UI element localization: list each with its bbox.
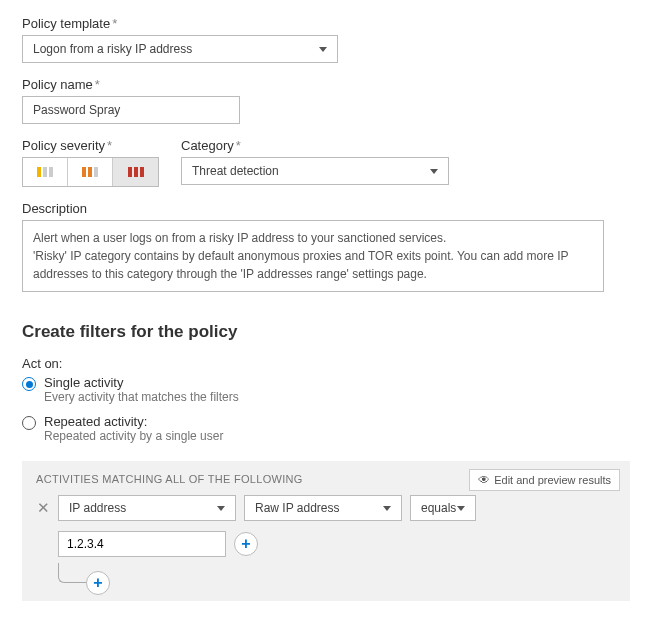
category-label: Category* — [181, 138, 630, 153]
create-filters-heading: Create filters for the policy — [22, 322, 630, 342]
severity-high-button[interactable] — [113, 158, 158, 186]
category-value: Threat detection — [192, 164, 279, 178]
filter-operator-dropdown[interactable]: equals — [410, 495, 476, 521]
radio-selected-icon — [22, 377, 36, 391]
policy-template-value: Logon from a risky IP address — [33, 42, 192, 56]
policy-name-input[interactable] — [22, 96, 240, 124]
remove-filter-button[interactable]: ✕ — [36, 499, 50, 517]
repeated-activity-label: Repeated activity: — [44, 414, 223, 429]
chevron-down-icon — [217, 506, 225, 511]
filter-subfield-value: Raw IP address — [255, 501, 340, 515]
chevron-down-icon — [383, 506, 391, 511]
policy-name-label: Policy name* — [22, 77, 630, 92]
chevron-down-icon — [430, 169, 438, 174]
filter-field-value: IP address — [69, 501, 126, 515]
description-label: Description — [22, 201, 630, 216]
severity-low-button[interactable] — [23, 158, 68, 186]
policy-severity-label: Policy severity* — [22, 138, 159, 153]
description-box[interactable]: Alert when a user logs on from a risky I… — [22, 220, 604, 292]
repeated-activity-option[interactable]: Repeated activity: Repeated activity by … — [22, 414, 630, 443]
single-activity-label: Single activity — [44, 375, 239, 390]
filter-operator-value: equals — [421, 501, 456, 515]
add-value-button[interactable]: + — [234, 532, 258, 556]
plus-icon: + — [93, 574, 102, 592]
single-activity-sub: Every activity that matches the filters — [44, 390, 239, 404]
edit-preview-results-button[interactable]: 👁 Edit and preview results — [469, 469, 620, 491]
filter-panel: 👁 Edit and preview results ACTIVITIES MA… — [22, 461, 630, 601]
preview-label: Edit and preview results — [494, 474, 611, 486]
chevron-down-icon — [457, 506, 465, 511]
act-on-label: Act on: — [22, 356, 630, 371]
policy-template-label: Policy template* — [22, 16, 630, 31]
eye-icon: 👁 — [478, 473, 490, 487]
category-dropdown[interactable]: Threat detection — [181, 157, 449, 185]
plus-icon: + — [241, 535, 250, 553]
filter-value-input[interactable] — [58, 531, 226, 557]
policy-template-dropdown[interactable]: Logon from a risky IP address — [22, 35, 338, 63]
severity-selector — [22, 157, 159, 187]
radio-unselected-icon — [22, 416, 36, 430]
chevron-down-icon — [319, 47, 327, 52]
description-line1: Alert when a user logs on from a risky I… — [33, 229, 593, 247]
single-activity-option[interactable]: Single activity Every activity that matc… — [22, 375, 630, 404]
filter-field-dropdown[interactable]: IP address — [58, 495, 236, 521]
filter-subfield-dropdown[interactable]: Raw IP address — [244, 495, 402, 521]
repeated-activity-sub: Repeated activity by a single user — [44, 429, 223, 443]
severity-medium-button[interactable] — [68, 158, 113, 186]
description-line2: 'Risky' IP category contains by default … — [33, 247, 593, 283]
add-filter-button[interactable]: + — [86, 571, 110, 595]
